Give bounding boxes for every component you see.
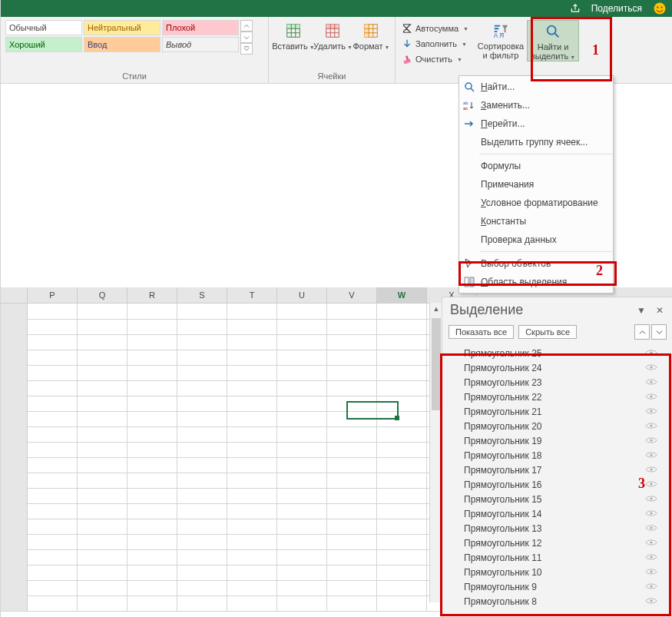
- cell[interactable]: [28, 365, 78, 381]
- cell[interactable]: [227, 503, 277, 519]
- cell[interactable]: [227, 319, 277, 335]
- cell[interactable]: [277, 457, 327, 473]
- cell[interactable]: [177, 380, 227, 396]
- style-neutral[interactable]: Нейтральный: [84, 20, 161, 35]
- cell[interactable]: [78, 473, 127, 489]
- cell[interactable]: [127, 380, 177, 396]
- cell[interactable]: [28, 319, 78, 335]
- eye-icon[interactable]: [645, 582, 657, 592]
- cell[interactable]: [127, 442, 177, 458]
- cell[interactable]: [28, 503, 78, 519]
- cell[interactable]: [1, 519, 28, 535]
- eye-icon[interactable]: [645, 421, 657, 432]
- cell[interactable]: [227, 350, 277, 366]
- cell[interactable]: [227, 365, 277, 381]
- cell[interactable]: [28, 519, 78, 535]
- cell[interactable]: [227, 549, 277, 566]
- cell[interactable]: [1, 396, 28, 412]
- cell[interactable]: [377, 580, 427, 596]
- cell[interactable]: [28, 457, 78, 473]
- cell[interactable]: [377, 380, 427, 396]
- cell[interactable]: [28, 488, 78, 504]
- pane-item[interactable]: Прямоугольник 20: [442, 419, 672, 433]
- style-bad[interactable]: Плохой: [162, 20, 239, 35]
- cell[interactable]: [78, 503, 127, 519]
- cell[interactable]: [227, 534, 277, 550]
- cell[interactable]: [1, 350, 28, 366]
- column-header[interactable]: R: [127, 287, 177, 303]
- cell[interactable]: [28, 473, 78, 489]
- eye-icon[interactable]: [645, 523, 657, 534]
- cell[interactable]: [327, 565, 377, 581]
- share-icon[interactable]: [570, 3, 581, 14]
- scroll-up-icon[interactable]: ▲: [430, 303, 442, 315]
- cell[interactable]: [28, 565, 78, 581]
- menu-find[interactable]: Найти...: [459, 78, 613, 96]
- cell[interactable]: [327, 380, 377, 396]
- cell[interactable]: [177, 549, 227, 566]
- cell[interactable]: [227, 304, 277, 320]
- cell[interactable]: [227, 380, 277, 396]
- sort-filter-button[interactable]: A Я Сортировка и фильтр: [476, 20, 525, 60]
- eye-icon[interactable]: [645, 392, 657, 403]
- eye-icon[interactable]: [645, 377, 657, 388]
- eye-icon[interactable]: [645, 596, 657, 607]
- cell[interactable]: [177, 565, 227, 581]
- eye-icon[interactable]: [645, 406, 657, 417]
- cell[interactable]: [177, 350, 227, 366]
- pane-item[interactable]: Прямоугольник 15: [442, 492, 672, 506]
- cell[interactable]: [277, 304, 327, 320]
- cell[interactable]: [177, 488, 227, 504]
- cell[interactable]: [177, 595, 227, 612]
- menu-replace[interactable]: abac Заменить...: [459, 96, 613, 114]
- cell[interactable]: [78, 595, 127, 612]
- cell[interactable]: [327, 519, 377, 535]
- cell[interactable]: [177, 396, 227, 412]
- cell[interactable]: [327, 488, 377, 504]
- cell[interactable]: [377, 334, 427, 350]
- vertical-scrollbar[interactable]: ▲: [429, 303, 442, 602]
- cell[interactable]: [227, 411, 277, 427]
- autosum-button[interactable]: Автосумма▼: [399, 22, 472, 35]
- clear-button[interactable]: Очистить▼: [399, 52, 472, 66]
- pane-item[interactable]: Прямоугольник 25: [442, 346, 672, 360]
- cell[interactable]: [78, 411, 127, 427]
- cell[interactable]: [1, 334, 28, 350]
- menu-cond-format[interactable]: Условное форматирование: [459, 194, 613, 212]
- cell[interactable]: [127, 473, 177, 489]
- menu-validation[interactable]: Проверка данных: [459, 231, 613, 249]
- column-header[interactable]: Q: [78, 287, 127, 303]
- eye-icon[interactable]: [645, 567, 657, 578]
- cell[interactable]: [327, 350, 377, 366]
- cell[interactable]: [28, 304, 78, 320]
- eye-icon[interactable]: [645, 479, 657, 490]
- pane-item[interactable]: Прямоугольник 10: [442, 565, 672, 579]
- cell[interactable]: [28, 380, 78, 396]
- menu-constants[interactable]: Константы: [459, 212, 613, 231]
- cell[interactable]: [28, 442, 78, 458]
- column-header[interactable]: V: [327, 287, 377, 303]
- cell[interactable]: [78, 426, 127, 443]
- pane-options-icon[interactable]: ▼: [634, 304, 648, 317]
- cell[interactable]: [377, 350, 427, 366]
- send-backward-icon[interactable]: [651, 324, 667, 340]
- cell[interactable]: [1, 503, 28, 519]
- cell[interactable]: [78, 319, 127, 335]
- column-header[interactable]: [1, 287, 28, 303]
- hide-all-button[interactable]: Скрыть все: [518, 325, 577, 339]
- cell[interactable]: [177, 457, 227, 473]
- cell[interactable]: [78, 488, 127, 504]
- cell[interactable]: [78, 549, 127, 566]
- cell[interactable]: [227, 426, 277, 443]
- pane-item[interactable]: Прямоугольник 22: [442, 390, 672, 404]
- pane-item[interactable]: Прямоугольник 14: [442, 506, 672, 521]
- cell[interactable]: [377, 565, 427, 581]
- pane-item[interactable]: Прямоугольник 21: [442, 404, 672, 419]
- cell[interactable]: [127, 350, 177, 366]
- cell[interactable]: [277, 580, 327, 596]
- eye-icon[interactable]: [645, 363, 657, 373]
- cell[interactable]: [227, 580, 277, 596]
- style-good[interactable]: Хороший: [5, 37, 82, 52]
- cell-styles-gallery[interactable]: Обычный Нейтральный Плохой Хороший Ввод …: [5, 20, 239, 52]
- cell[interactable]: [277, 350, 327, 366]
